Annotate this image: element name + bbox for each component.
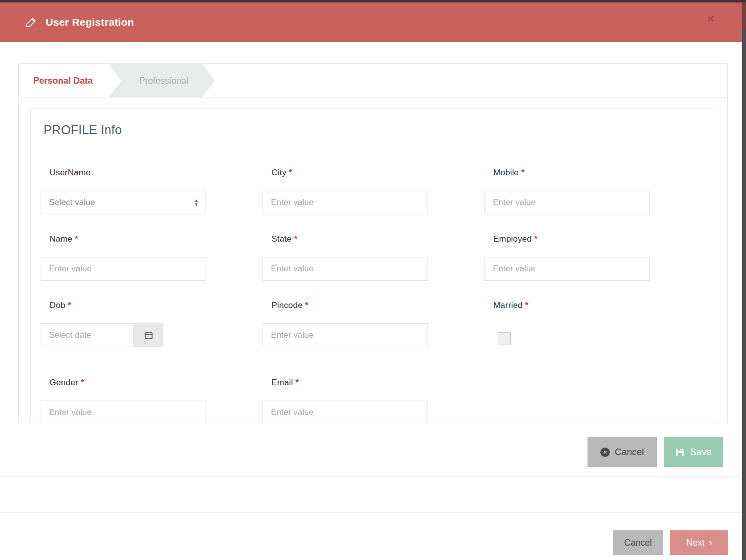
dob-date-group (41, 323, 163, 347)
married-checkbox[interactable] (498, 332, 511, 345)
state-input[interactable] (263, 257, 428, 281)
city-input[interactable] (263, 191, 428, 214)
floppy-icon (675, 448, 685, 457)
panel-title: PROFILE Info (31, 123, 714, 137)
field-username: UserName Select value ▲▼ (41, 168, 206, 214)
field-married: Married* (484, 301, 650, 347)
pincode-label: Pincode* (263, 301, 428, 311)
pencil-icon (25, 16, 38, 29)
field-dob: Dob* (41, 301, 206, 347)
email-input[interactable] (263, 401, 428, 423)
field-empty (484, 378, 650, 423)
name-label: Name* (41, 234, 206, 245)
select-arrows-icon: ▲▼ (194, 199, 199, 206)
employed-input[interactable] (484, 257, 650, 281)
close-icon[interactable]: × (707, 12, 714, 25)
cancel-button[interactable]: × Cancel (587, 437, 657, 467)
tab-strip: Personal Data Professional (19, 64, 727, 98)
page: User Registration × Personal Data Profes… (0, 0, 746, 560)
field-pincode: Pincode* (263, 301, 428, 347)
employed-label: Employed* (484, 234, 650, 245)
chevron-right-icon: › (709, 537, 712, 547)
modal-header: User Registration × (0, 2, 742, 42)
field-name: Name* (41, 234, 206, 281)
calendar-icon (144, 330, 154, 340)
tab-personal-data[interactable]: Personal Data (33, 64, 93, 98)
dob-input[interactable] (41, 323, 133, 347)
dob-label: Dob* (41, 301, 206, 311)
wizard-next-button[interactable]: Next › (670, 530, 728, 555)
email-label: Email* (263, 378, 428, 389)
wizard-card: Personal Data Professional PROFILE Info … (18, 63, 728, 423)
form-grid: UserName Select value ▲▼ City* Mobile* (31, 168, 714, 423)
tab-professional[interactable]: Professional (108, 64, 215, 98)
pincode-input[interactable] (263, 323, 428, 347)
married-label: Married* (484, 301, 650, 311)
name-input[interactable] (41, 257, 206, 281)
wizard-cancel-button[interactable]: Cancel (613, 530, 663, 555)
footer-divider (0, 512, 746, 513)
backdrop-top-edge (0, 0, 746, 2)
field-gender: Gender* (41, 378, 206, 423)
username-select-value: Select value (49, 198, 95, 207)
field-email: Email* (263, 378, 428, 423)
field-employed: Employed* (484, 234, 650, 281)
username-label: UserName (41, 168, 206, 179)
modal-title: User Registration (46, 16, 134, 28)
circle-x-icon: × (600, 448, 610, 457)
field-state: State* (263, 234, 428, 281)
backdrop-right-edge-top (742, 0, 746, 29)
mobile-input[interactable] (484, 191, 650, 214)
username-select[interactable]: Select value ▲▼ (41, 191, 206, 214)
profile-panel: PROFILE Info UserName Select value ▲▼ Ci… (30, 108, 714, 423)
calendar-button[interactable] (133, 323, 163, 347)
field-city: City* (263, 168, 428, 214)
backdrop-right-edge (742, 0, 746, 560)
state-label: State* (263, 234, 428, 245)
modal-footer: × Cancel Save (0, 423, 742, 476)
save-button[interactable]: Save (664, 437, 723, 467)
city-label: City* (263, 168, 428, 179)
mobile-label: Mobile* (484, 168, 650, 179)
field-mobile: Mobile* (484, 168, 650, 214)
gender-input[interactable] (41, 401, 206, 423)
gender-label: Gender* (41, 378, 206, 389)
